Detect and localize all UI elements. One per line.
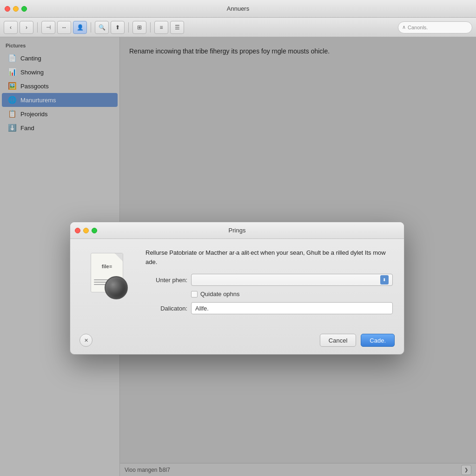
window-title: Annuers [227, 5, 249, 12]
title-bar: Annuers [0, 0, 476, 18]
toolbar-separator-3 [128, 22, 129, 33]
toolbar-btn-1[interactable]: ⊣ [41, 21, 55, 34]
modal-icon: file≡ [81, 248, 137, 304]
toolbar-btn-6[interactable]: ⊞ [132, 21, 146, 34]
toolbar-separator-4 [150, 22, 151, 33]
maximize-button[interactable] [21, 6, 27, 12]
file-text-label: file≡ [102, 264, 112, 269]
modal-dialog: Prings file≡ [70, 222, 404, 355]
modal-overlay: Prings file≡ [0, 37, 476, 476]
select-arrow-icon: ⬍ [380, 275, 389, 284]
dalicaton-label: Dalicaton: [145, 305, 187, 312]
search-box[interactable]: ∧ Canonls. [398, 21, 472, 33]
footer-right: Cancel Cade. [320, 334, 395, 347]
minimize-button[interactable] [13, 6, 19, 12]
modal-body: file≡ Rellurse Patobriate or Macther ar·… [70, 239, 404, 328]
quidate-checkbox[interactable] [191, 291, 198, 298]
traffic-lights [5, 6, 27, 12]
modal-minimize-button[interactable] [83, 228, 89, 233]
quidate-label: Quidate ophns [200, 291, 240, 298]
main-area: Pictures 📄 Canting 📊 Showing 🖼️ Passgoot… [0, 37, 476, 476]
checkbox-row: Quidate ophns [191, 291, 393, 298]
modal-title-bar: Prings [70, 222, 404, 239]
toolbar-btn-2[interactable]: ↔ [57, 21, 71, 34]
modal-maximize-button[interactable] [92, 228, 97, 233]
toolbar-btn-4[interactable]: 🔍 [95, 21, 109, 34]
footer-left: ✕ [79, 334, 93, 347]
toolbar-btn-3[interactable]: 👤 [73, 21, 87, 34]
toolbar-separator-2 [91, 22, 91, 33]
dalicaton-row: Dalicaton: Allfe. [145, 302, 393, 314]
toolbar-btn-7[interactable]: ≡ [154, 21, 168, 34]
modal-form: Rellurse Patobriate or Macther ar·a alit… [145, 248, 393, 319]
search-icon: ∧ [402, 24, 406, 30]
modal-footer: ✕ Cancel Cade. [70, 328, 404, 354]
dalicaton-value: Allfe. [195, 305, 209, 312]
close-button[interactable] [5, 6, 10, 12]
toolbar-separator-1 [37, 22, 38, 33]
toolbar-btn-5[interactable]: ⬆ [111, 21, 125, 34]
back-button[interactable]: ‹ [4, 21, 18, 34]
primary-button[interactable]: Cade. [361, 334, 395, 347]
modal-title: Prings [229, 227, 246, 234]
toolbar-btn-8[interactable]: ☰ [170, 21, 184, 34]
cancel-button[interactable]: Cancel [320, 334, 356, 347]
modal-traffic-lights [75, 228, 97, 233]
file-icon: file≡ [91, 253, 128, 299]
toolbar: ‹ › ⊣ ↔ 👤 🔍 ⬆ ⊞ ≡ ☰ ∧ Canonls. [0, 18, 476, 37]
forward-button[interactable]: › [20, 21, 33, 34]
x-button[interactable]: ✕ [79, 334, 93, 347]
ball-icon [105, 276, 128, 299]
search-placeholder: Canonls. [408, 25, 428, 30]
unter-phen-row: Unter phen: ⬍ [145, 274, 393, 286]
x-icon: ✕ [84, 337, 88, 344]
unter-phen-select[interactable]: ⬍ [191, 274, 393, 286]
modal-description: Rellurse Patobriate or Macther ar·a alit… [145, 248, 393, 266]
dalicaton-input[interactable]: Allfe. [191, 302, 393, 314]
unter-phen-label: Unter phen: [145, 277, 187, 284]
modal-close-button[interactable] [75, 228, 80, 233]
